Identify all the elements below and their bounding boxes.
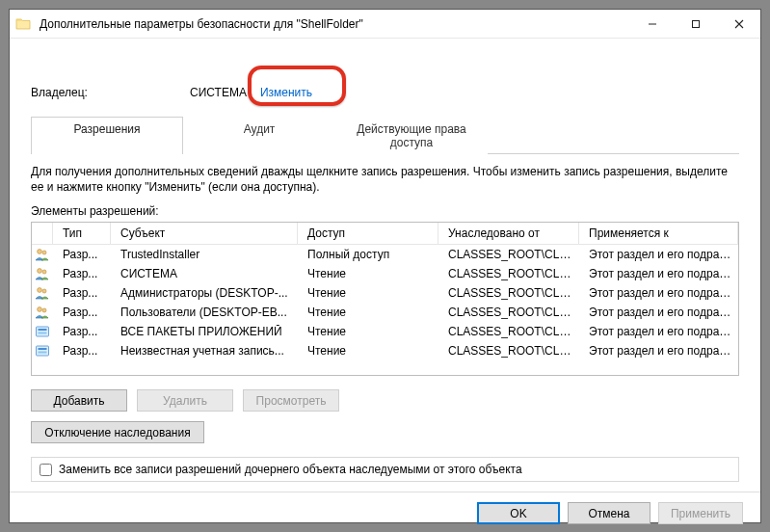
cell-access: Чтение: [298, 286, 438, 300]
svg-point-5: [38, 288, 42, 293]
replace-children-label: Заменить все записи разрешений дочернего…: [59, 463, 522, 476]
svg-point-6: [42, 289, 46, 293]
cell-applies: Этот раздел и его подразделы: [579, 286, 738, 300]
list-header: Тип Субъект Доступ Унаследовано от Приме…: [32, 223, 738, 245]
principal-icon: [32, 325, 53, 338]
cell-applies: Этот раздел и его подразделы: [579, 306, 738, 319]
svg-rect-13: [39, 348, 47, 350]
close-button[interactable]: [717, 10, 760, 38]
cancel-button[interactable]: Отмена: [568, 502, 651, 524]
cell-subject: СИСТЕМА: [111, 267, 298, 280]
cell-inherited: CLASSES_ROOT\CLSID\...: [438, 344, 579, 358]
svg-point-4: [42, 270, 46, 274]
cell-access: Чтение: [298, 344, 438, 358]
cell-type: Разр...: [53, 344, 111, 358]
cell-applies: Этот раздел и его подразделы: [579, 344, 738, 358]
change-owner-link[interactable]: Изменить: [256, 84, 316, 101]
window-controls: [630, 10, 760, 38]
svg-rect-14: [39, 352, 47, 354]
button-row-1: Добавить Удалить Просмотреть: [31, 389, 739, 412]
cell-inherited: CLASSES_ROOT\CLSID\...: [438, 267, 579, 280]
principal-icon: [32, 286, 53, 300]
cell-type: Разр...: [53, 325, 111, 338]
replace-children-checkbox[interactable]: [40, 464, 52, 476]
cell-applies: Этот раздел и его подразделы: [579, 267, 738, 280]
table-row[interactable]: Разр...СИСТЕМАЧтениеCLASSES_ROOT\CLSID\.…: [32, 264, 738, 283]
disable-inheritance-button[interactable]: Отключение наследования: [31, 421, 204, 443]
instruction-text: Для получения дополнительных сведений дв…: [31, 164, 739, 195]
col-applies[interactable]: Применяется к: [579, 223, 738, 244]
cell-subject: TrustedInstaller: [111, 248, 298, 261]
cell-access: Полный доступ: [298, 248, 438, 261]
dialog-footer: OK Отмена Применить: [10, 492, 760, 532]
cell-type: Разр...: [53, 248, 111, 261]
col-access[interactable]: Доступ: [298, 223, 438, 244]
principal-icon: [32, 267, 53, 280]
owner-row: Владелец: СИСТЕМА Изменить: [31, 81, 739, 104]
cell-applies: Этот раздел и его подразделы: [579, 325, 738, 338]
cell-inherited: CLASSES_ROOT\CLSID\...: [438, 306, 579, 319]
cell-inherited: CLASSES_ROOT\CLSID\...: [438, 286, 579, 300]
table-row[interactable]: Разр...Неизвестная учетная запись...Чтен…: [32, 341, 738, 360]
content-area: Владелец: СИСТЕМА Изменить Разрешения Ау…: [10, 39, 760, 492]
cell-type: Разр...: [53, 306, 111, 319]
apply-button: Применить: [658, 502, 743, 524]
folder-icon: [15, 16, 31, 32]
principal-icon: [32, 248, 53, 261]
col-subject[interactable]: Субъект: [111, 223, 298, 244]
list-label: Элементы разрешений:: [31, 204, 739, 218]
svg-rect-12: [37, 346, 49, 356]
add-button[interactable]: Добавить: [31, 389, 127, 412]
svg-point-1: [38, 250, 42, 254]
cell-subject: ВСЕ ПАКЕТЫ ПРИЛОЖЕНИЙ: [111, 325, 298, 338]
owner-value: СИСТЕМА: [190, 86, 247, 99]
button-row-2: Отключение наследования: [31, 421, 739, 443]
cell-type: Разр...: [53, 286, 111, 300]
svg-point-7: [38, 307, 42, 312]
svg-rect-10: [39, 329, 47, 331]
cell-access: Чтение: [298, 306, 438, 319]
principal-icon: [32, 344, 53, 358]
cell-inherited: CLASSES_ROOT\CLSID\...: [438, 248, 579, 261]
remove-button: Удалить: [137, 389, 233, 412]
cell-inherited: CLASSES_ROOT\CLSID\...: [438, 325, 579, 338]
list-rows: Разр...TrustedInstallerПолный доступCLAS…: [32, 245, 738, 360]
col-blank: [32, 223, 53, 244]
ok-button[interactable]: OK: [477, 502, 560, 524]
cell-subject: Пользователи (DESKTOP-EB...: [111, 306, 298, 319]
table-row[interactable]: Разр...TrustedInstallerПолный доступCLAS…: [32, 245, 738, 264]
tab-permissions[interactable]: Разрешения: [31, 117, 183, 154]
svg-point-8: [42, 308, 46, 312]
maximize-button[interactable]: [674, 10, 717, 38]
cell-type: Разр...: [53, 267, 111, 280]
cell-applies: Этот раздел и его подразделы: [579, 248, 738, 261]
svg-point-2: [42, 251, 46, 254]
col-type[interactable]: Тип: [53, 223, 111, 244]
svg-point-3: [38, 269, 42, 274]
col-inherited[interactable]: Унаследовано от: [438, 223, 579, 244]
table-row[interactable]: Разр...ВСЕ ПАКЕТЫ ПРИЛОЖЕНИЙЧтениеCLASSE…: [32, 322, 738, 341]
svg-rect-0: [692, 20, 699, 27]
tabs: Разрешения Аудит Действующие права досту…: [31, 116, 739, 154]
cell-subject: Неизвестная учетная запись...: [111, 344, 298, 358]
titlebar: Дополнительные параметры безопасности дл…: [10, 10, 760, 39]
tab-effective-access[interactable]: Действующие права доступа: [335, 117, 488, 154]
table-row[interactable]: Разр...Пользователи (DESKTOP-EB...Чтение…: [32, 303, 738, 322]
window-title: Дополнительные параметры безопасности дл…: [40, 17, 363, 31]
svg-rect-9: [37, 327, 49, 336]
table-row[interactable]: Разр...Администраторы (DESKTOP-...Чтение…: [32, 283, 738, 303]
permissions-list[interactable]: Тип Субъект Доступ Унаследовано от Приме…: [31, 222, 739, 376]
cell-subject: Администраторы (DESKTOP-...: [111, 286, 298, 300]
owner-label: Владелец:: [31, 86, 190, 99]
svg-rect-11: [39, 332, 47, 334]
cell-access: Чтение: [298, 267, 438, 280]
principal-icon: [32, 306, 53, 319]
minimize-button[interactable]: [630, 10, 674, 38]
tab-audit[interactable]: Аудит: [183, 117, 335, 154]
view-button: Просмотреть: [243, 389, 339, 412]
cell-access: Чтение: [298, 325, 438, 338]
advanced-security-window: Дополнительные параметры безопасности дл…: [9, 9, 761, 523]
replace-children-row: Заменить все записи разрешений дочернего…: [31, 457, 739, 482]
